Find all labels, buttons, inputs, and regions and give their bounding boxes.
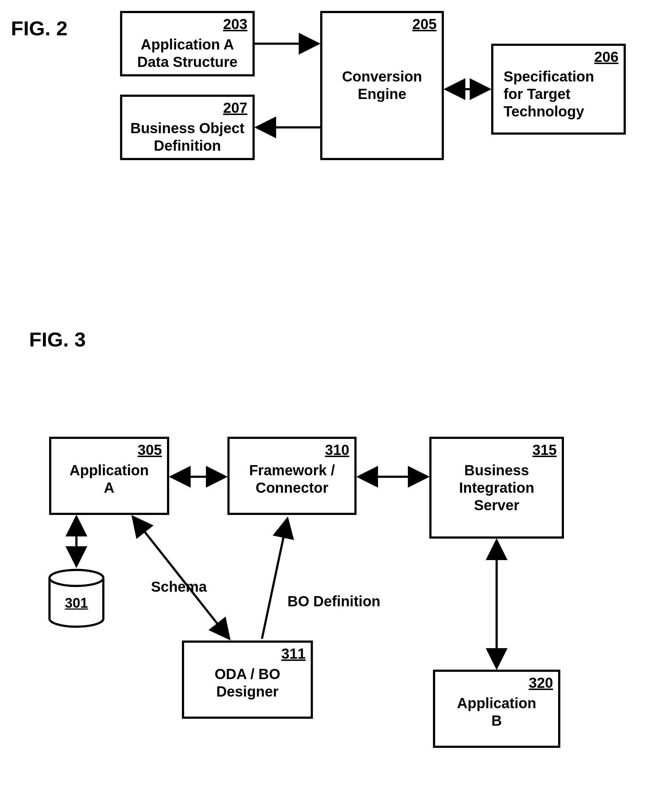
box-315-num: 315 xyxy=(532,442,557,458)
fig3-label: FIG. 3 xyxy=(29,328,86,351)
box-311-num: 311 xyxy=(281,646,306,662)
box-310-num: 310 xyxy=(325,442,349,458)
box-205-num: 205 xyxy=(412,16,437,32)
arrow-305-310 xyxy=(169,469,227,484)
box-320: 320 Application B xyxy=(433,670,560,748)
box-206-num: 206 xyxy=(594,49,619,65)
box-310: 310 Framework / Connector xyxy=(227,437,357,515)
fig2-label: FIG. 2 xyxy=(11,16,68,40)
box-305-num: 305 xyxy=(138,442,162,458)
diagram-page: FIG. 2 203 Application A Data Structure … xyxy=(0,0,672,793)
arrow-205-207 xyxy=(255,120,320,135)
box-315-text: Business Integration Server xyxy=(432,461,562,514)
box-203: 203 Application A Data Structure xyxy=(120,11,255,77)
cylinder-301-num: 301 xyxy=(47,595,106,611)
edge-label-bodef: BO Definition xyxy=(287,593,381,610)
box-320-text: Application B xyxy=(435,694,558,729)
arrow-315-320 xyxy=(490,538,504,670)
arrow-311-310 xyxy=(255,515,313,642)
box-311-text: ODA / BO Designer xyxy=(184,665,311,700)
box-206-text: Specification for Target Technology xyxy=(493,68,624,120)
box-305-text: Application A xyxy=(51,461,167,497)
box-315: 315 Business Integration Server xyxy=(429,437,564,538)
cylinder-301: 301 xyxy=(47,568,106,630)
box-311: 311 ODA / BO Designer xyxy=(182,641,313,719)
box-207-text: Business Object Definition xyxy=(122,119,253,154)
box-205-text: Conversion Engine xyxy=(322,68,442,103)
svg-point-3 xyxy=(50,570,103,586)
arrow-305-301 xyxy=(69,515,84,570)
box-207-num: 207 xyxy=(223,100,247,116)
box-207: 207 Business Object Definition xyxy=(120,95,255,160)
box-320-num: 320 xyxy=(529,675,553,691)
box-310-text: Framework / Connector xyxy=(230,461,354,497)
box-203-text: Application A Data Structure xyxy=(122,36,253,70)
svg-line-7 xyxy=(133,517,229,639)
svg-line-8 xyxy=(262,519,287,639)
box-305: 305 Application A xyxy=(49,437,169,515)
arrow-310-315 xyxy=(357,469,429,484)
edge-label-schema: Schema xyxy=(151,578,206,595)
arrow-205-206 xyxy=(444,82,491,96)
box-206: 206 Specification for Target Technology xyxy=(491,44,626,135)
box-205: 205 Conversion Engine xyxy=(320,11,444,160)
box-203-num: 203 xyxy=(223,16,247,32)
arrow-203-205 xyxy=(255,37,320,51)
